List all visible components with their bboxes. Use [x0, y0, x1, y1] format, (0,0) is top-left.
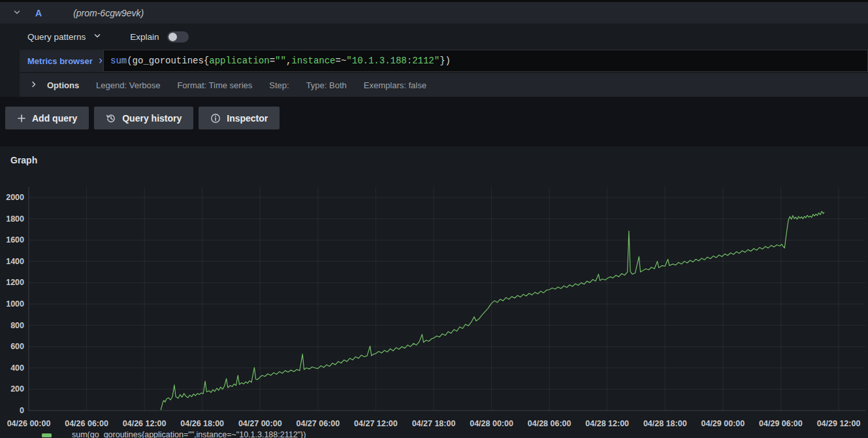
query-token: sum	[110, 56, 127, 66]
metrics-browser-button[interactable]: Metrics browser	[20, 50, 103, 72]
info-circle-icon	[210, 113, 221, 124]
y-tick-label: 1800	[6, 214, 24, 224]
query-token: application	[209, 56, 269, 66]
x-tick-label: 04/28 12:00	[585, 419, 629, 428]
y-tick-label: 800	[10, 321, 24, 330]
options-title: Options	[47, 80, 79, 90]
y-tick-label: 600	[10, 342, 24, 351]
y-tick-label: 1200	[6, 278, 24, 287]
inspector-label: Inspector	[227, 113, 268, 124]
query-toolbar: Query patterns Explain	[0, 24, 868, 50]
y-tick-label: 2000	[6, 193, 24, 202]
inspector-button[interactable]: Inspector	[199, 107, 280, 129]
query-ref-id: A	[35, 8, 42, 18]
chevron-down-icon[interactable]	[13, 7, 21, 19]
x-tick-label: 04/27 18:00	[412, 419, 456, 428]
query-token: ""	[275, 56, 286, 66]
y-tick-label: 1000	[6, 299, 24, 309]
explain-label: Explain	[130, 32, 159, 42]
explore-actions: Add query Query history Inspector	[5, 107, 280, 129]
options-exemplars-summary: Exemplars: false	[364, 80, 426, 90]
x-tick-label: 04/28 00:00	[470, 419, 513, 428]
options-legend-summary: Legend: Verbose	[96, 80, 160, 90]
explain-toggle[interactable]	[167, 31, 189, 42]
options-type-summary: Type: Both	[306, 80, 347, 90]
promql-query-input[interactable]: sum(go_goroutines{application="",instanc…	[103, 50, 868, 72]
query-token: instance	[291, 56, 335, 66]
x-tick-label: 04/29 12:00	[817, 419, 861, 428]
x-tick-label: 04/29 06:00	[759, 419, 803, 428]
x-tick-label: 04/27 12:00	[354, 419, 398, 428]
y-tick-label: 0	[20, 406, 24, 415]
query-token: =~	[336, 56, 347, 66]
x-tick-label: 04/28 06:00	[528, 419, 571, 428]
chevron-right-icon[interactable]	[30, 80, 38, 90]
query-history-label: Query history	[122, 113, 182, 124]
plus-icon	[17, 114, 26, 123]
query-token: "10.1.3.188:2112"	[346, 56, 440, 66]
x-tick-label: 04/26 18:00	[180, 419, 224, 428]
add-query-label: Add query	[32, 113, 77, 124]
query-token: (go_goroutines{	[127, 56, 209, 66]
y-tick-label: 1400	[6, 257, 24, 266]
query-history-button[interactable]: Query history	[94, 107, 193, 129]
query-field-row: Metrics browser sum(go_goroutines{applic…	[0, 50, 868, 72]
x-tick-label: 04/26 00:00	[7, 419, 51, 428]
x-tick-label: 04/26 06:00	[65, 419, 108, 428]
options-collapsed-row[interactable]: Options Legend: Verbose Format: Time ser…	[20, 73, 868, 97]
toggle-knob	[169, 33, 177, 41]
query-patterns-dropdown[interactable]: Query patterns	[27, 32, 86, 42]
query-token: ,	[286, 56, 291, 66]
y-tick-label: 400	[10, 363, 24, 373]
chevron-down-icon[interactable]	[93, 31, 101, 42]
x-tick-label: 04/28 18:00	[643, 419, 687, 428]
legend-series-label[interactable]: sum(go_goroutines{application="",instanc…	[72, 430, 306, 438]
x-tick-label: 04/26 12:00	[123, 419, 167, 428]
y-tick-label: 1600	[6, 235, 24, 244]
y-tick-label: 200	[10, 384, 24, 394]
metrics-browser-label: Metrics browser	[27, 56, 93, 66]
x-tick-label: 04/29 00:00	[701, 419, 745, 428]
options-step-summary: Step:	[269, 80, 289, 90]
options-format-summary: Format: Time series	[177, 80, 252, 90]
x-tick-label: 04/27 06:00	[296, 419, 340, 428]
graph-panel: Graph 0200400600800100012001400160018002…	[0, 146, 868, 438]
chart-legend: sum(go_goroutines{application="",instanc…	[42, 430, 306, 438]
datasource-hint: (prom-6cgw9evk)	[73, 8, 144, 18]
legend-series-swatch	[42, 433, 52, 437]
goroutines-time-series-chart[interactable]: 020040060080010001200140016001800200004/…	[0, 146, 868, 438]
query-token: })	[440, 56, 451, 66]
history-icon	[106, 113, 116, 124]
query-token: =	[270, 56, 275, 66]
query-row-header[interactable]: A (prom-6cgw9evk)	[0, 0, 868, 24]
add-query-button[interactable]: Add query	[5, 107, 89, 129]
x-tick-label: 04/27 00:00	[238, 419, 282, 428]
